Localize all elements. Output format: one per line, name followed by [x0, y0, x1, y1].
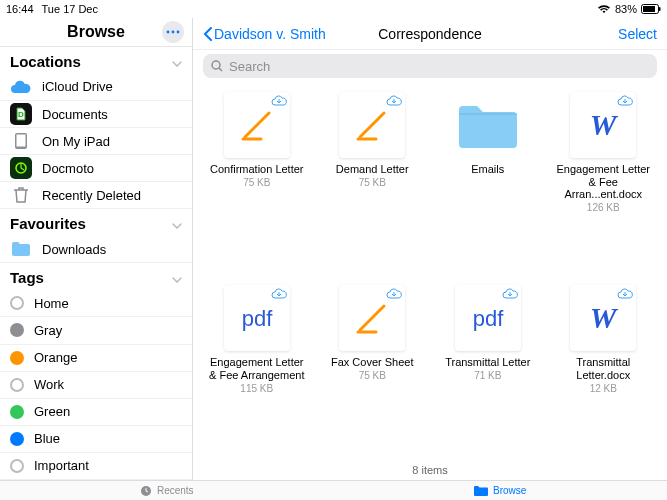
- folder-icon: [10, 238, 32, 260]
- tag-label: Orange: [34, 350, 77, 365]
- file-thumb: W: [570, 92, 636, 158]
- sidebar-tag-orange[interactable]: Orange: [0, 345, 192, 372]
- file-name: Demand Letter: [336, 163, 409, 176]
- sidebar-item-recentlydeleted[interactable]: Recently Deleted: [0, 182, 192, 209]
- sidebar-item-label: Docmoto: [42, 161, 94, 176]
- sidebar-item-docmoto[interactable]: Docmoto: [0, 155, 192, 182]
- file-meta: 115 KB: [240, 383, 273, 394]
- sidebar-tag-blue[interactable]: Blue: [0, 426, 192, 453]
- cloud-download-icon: [271, 95, 287, 110]
- sidebar-item-onmyipad[interactable]: On My iPad: [0, 128, 192, 155]
- file-meta: 75 KB: [359, 177, 386, 188]
- file-thumb: [339, 92, 405, 158]
- file-item[interactable]: pdfEngagement Letter & Fee Arrangement11…: [209, 285, 305, 460]
- chevron-down-icon: [172, 215, 182, 232]
- file-item[interactable]: pdfTransmittal Letter71 KB: [440, 285, 536, 460]
- page-title: Correspondence: [378, 26, 482, 42]
- sidebar-item-documents[interactable]: D Documents: [0, 101, 192, 128]
- sidebar-tag-work[interactable]: Work: [0, 372, 192, 399]
- sidebar-item-label: iCloud Drive: [42, 79, 113, 94]
- file-item[interactable]: WEngagement Letter & Fee Arran...ent.doc…: [556, 92, 652, 279]
- tab-label: Browse: [493, 485, 526, 496]
- svg-line-14: [360, 113, 384, 137]
- file-name: Fax Cover Sheet: [331, 356, 414, 369]
- file-meta: 75 KB: [359, 370, 386, 381]
- svg-text:W: W: [590, 108, 619, 141]
- tab-recents[interactable]: Recents: [0, 481, 334, 500]
- section-label: Locations: [10, 53, 81, 70]
- folder-thumb: [455, 92, 521, 158]
- tab-browse[interactable]: Browse: [334, 481, 668, 500]
- svg-rect-8: [17, 135, 26, 147]
- file-meta: 75 KB: [243, 177, 270, 188]
- file-item[interactable]: WTransmittal Letter.docx12 KB: [556, 285, 652, 460]
- select-button[interactable]: Select: [618, 26, 657, 42]
- svg-line-11: [219, 68, 222, 71]
- status-date: Tue 17 Dec: [42, 3, 98, 15]
- file-meta: 12 KB: [590, 383, 617, 394]
- file-name: Engagement Letter & Fee Arran...ent.docx: [556, 163, 652, 201]
- sidebar-item-label: On My iPad: [42, 134, 110, 149]
- search-input[interactable]: Search: [203, 54, 657, 78]
- file-name: Confirmation Letter: [210, 163, 304, 176]
- sidebar-item-label: Recently Deleted: [42, 188, 141, 203]
- section-head-tags[interactable]: Tags: [0, 263, 192, 290]
- sidebar-tag-home[interactable]: Home: [0, 290, 192, 317]
- wifi-icon: [597, 4, 611, 14]
- tag-label: Work: [34, 377, 64, 392]
- tag-dot-icon: [10, 323, 24, 337]
- svg-point-3: [167, 31, 170, 34]
- svg-text:D: D: [18, 110, 24, 119]
- sidebar-title: Browse: [10, 23, 182, 41]
- file-item[interactable]: Confirmation Letter75 KB: [209, 92, 305, 279]
- cloud-download-icon: [502, 288, 518, 303]
- cloud-download-icon: [386, 95, 402, 110]
- cloud-download-icon: [617, 288, 633, 303]
- section-head-favourites[interactable]: Favourites: [0, 209, 192, 236]
- file-meta: 126 KB: [587, 202, 620, 213]
- file-thumb: pdf: [224, 285, 290, 351]
- sidebar-item-label: Documents: [42, 107, 108, 122]
- chevron-down-icon: [172, 53, 182, 70]
- sidebar-item-icloud[interactable]: iCloud Drive: [0, 74, 192, 101]
- file-name: Emails: [471, 163, 504, 176]
- file-thumb: [224, 92, 290, 158]
- svg-text:pdf: pdf: [241, 306, 272, 331]
- file-thumb: [339, 285, 405, 351]
- svg-point-10: [212, 61, 220, 69]
- file-item[interactable]: Demand Letter75 KB: [325, 92, 421, 279]
- file-name: Transmittal Letter: [445, 356, 530, 369]
- chevron-down-icon: [172, 269, 182, 286]
- more-button[interactable]: [162, 21, 184, 43]
- svg-text:W: W: [590, 301, 619, 334]
- sidebar: Browse Locations iCloud Drive D Document…: [0, 18, 193, 480]
- svg-text:pdf: pdf: [472, 306, 503, 331]
- back-label: Davidson v. Smith: [214, 26, 326, 42]
- battery-icon: [641, 4, 661, 14]
- folder-icon: [474, 485, 488, 496]
- tag-label: Important: [34, 458, 89, 473]
- search-icon: [211, 60, 223, 72]
- sidebar-tag-green[interactable]: Green: [0, 399, 192, 426]
- sidebar-tag-important[interactable]: Important: [0, 453, 192, 480]
- cloud-download-icon: [386, 288, 402, 303]
- svg-line-12: [245, 113, 269, 137]
- tag-label: Green: [34, 404, 70, 419]
- ipad-icon: [10, 130, 32, 152]
- sidebar-tag-gray[interactable]: Gray: [0, 317, 192, 344]
- main-area: Davidson v. Smith Correspondence Select …: [193, 18, 667, 480]
- section-head-locations[interactable]: Locations: [0, 47, 192, 74]
- file-name: Engagement Letter & Fee Arrangement: [209, 356, 305, 381]
- tag-label: Home: [34, 296, 69, 311]
- section-label: Favourites: [10, 215, 86, 232]
- svg-line-18: [360, 306, 384, 330]
- cloud-download-icon: [271, 288, 287, 303]
- file-item[interactable]: Fax Cover Sheet75 KB: [325, 285, 421, 460]
- file-thumb: pdf: [455, 285, 521, 351]
- tag-label: Gray: [34, 323, 62, 338]
- sidebar-item-downloads[interactable]: Downloads: [0, 236, 192, 263]
- back-button[interactable]: Davidson v. Smith: [203, 26, 326, 42]
- item-count: 8 items: [193, 460, 667, 480]
- file-item[interactable]: Emails: [440, 92, 536, 279]
- tag-dot-icon: [10, 459, 24, 473]
